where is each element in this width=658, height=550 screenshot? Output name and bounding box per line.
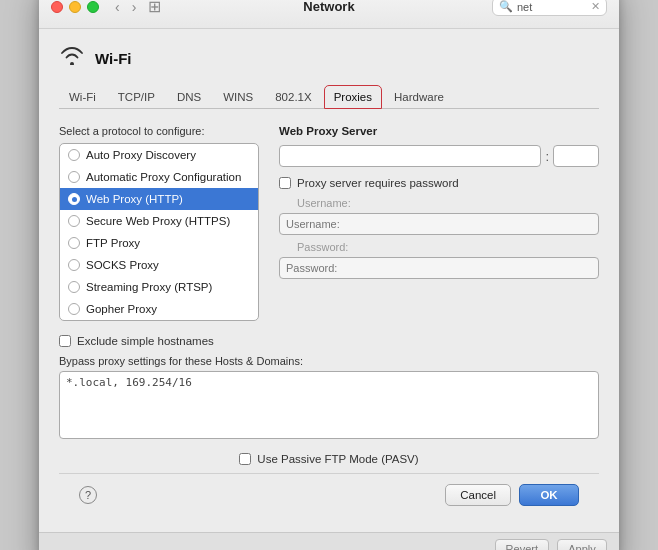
radio-auto-config: [68, 171, 80, 183]
bottom-bar: Revert Apply: [39, 532, 619, 550]
close-button[interactable]: [51, 1, 63, 13]
nav-buttons: ‹ ›: [111, 0, 140, 17]
pane-header: Wi-Fi: [59, 45, 599, 71]
password-input[interactable]: [279, 257, 599, 279]
exclude-label: Exclude simple hostnames: [77, 335, 214, 347]
protocol-web-proxy-label: Web Proxy (HTTP): [86, 193, 183, 205]
apply-button[interactable]: Apply: [557, 539, 607, 550]
tab-dns[interactable]: DNS: [167, 85, 211, 109]
requires-password-checkbox[interactable]: [279, 177, 291, 189]
help-button[interactable]: ?: [79, 486, 97, 504]
protocol-auto-config-label: Automatic Proxy Configuration: [86, 171, 241, 183]
pasv-row: Use Passive FTP Mode (PASV): [59, 453, 599, 465]
protocol-secure-proxy-label: Secure Web Proxy (HTTPS): [86, 215, 230, 227]
protocol-section: Select a protocol to configure: Auto Pro…: [59, 125, 259, 321]
port-input[interactable]: [553, 145, 599, 167]
pane-title: Wi-Fi: [95, 50, 132, 67]
ok-button[interactable]: OK: [519, 484, 579, 506]
protocol-gopher-proxy[interactable]: Gopher Proxy: [60, 298, 258, 320]
proxy-server-title: Web Proxy Server: [279, 125, 599, 137]
requires-password-label: Proxy server requires password: [297, 177, 459, 189]
radio-secure-proxy: [68, 215, 80, 227]
search-icon: 🔍: [499, 0, 513, 13]
tab-proxies[interactable]: Proxies: [324, 85, 382, 109]
protocol-list: Auto Proxy Discovery Automatic Proxy Con…: [59, 143, 259, 321]
bypass-label: Bypass proxy settings for these Hosts & …: [59, 355, 599, 367]
titlebar: ‹ › ⊞ Network 🔍 ✕: [39, 0, 619, 29]
tab-bar: Wi-Fi TCP/IP DNS WINS 802.1X Proxies Har…: [59, 85, 599, 109]
protocol-ftp-proxy[interactable]: FTP Proxy: [60, 232, 258, 254]
protocol-socks-proxy[interactable]: SOCKS Proxy: [60, 254, 258, 276]
main-area: Select a protocol to configure: Auto Pro…: [59, 125, 599, 321]
tab-wins[interactable]: WINS: [213, 85, 263, 109]
pasv-checkbox[interactable]: [239, 453, 251, 465]
exclude-checkbox[interactable]: [59, 335, 71, 347]
tab-8021x[interactable]: 802.1X: [265, 85, 321, 109]
protocol-streaming-proxy-label: Streaming Proxy (RTSP): [86, 281, 212, 293]
exclude-row: Exclude simple hostnames: [59, 335, 599, 347]
colon-separator: :: [545, 149, 549, 164]
radio-web-proxy-inner: [72, 197, 77, 202]
radio-gopher-proxy: [68, 303, 80, 315]
dialog-footer: ? Cancel OK: [59, 473, 599, 516]
cancel-button[interactable]: Cancel: [445, 484, 511, 506]
search-input[interactable]: [517, 1, 587, 13]
footer-buttons: Cancel OK: [445, 484, 579, 506]
proxy-server-section: Web Proxy Server : Proxy server requires…: [279, 125, 599, 321]
protocol-gopher-proxy-label: Gopher Proxy: [86, 303, 157, 315]
tab-tcpip[interactable]: TCP/IP: [108, 85, 165, 109]
window-title: Network: [303, 0, 354, 14]
back-button[interactable]: ‹: [111, 0, 124, 17]
protocol-secure-proxy[interactable]: Secure Web Proxy (HTTPS): [60, 210, 258, 232]
requires-password-row: Proxy server requires password: [279, 177, 599, 189]
radio-auto-proxy: [68, 149, 80, 161]
tab-wifi[interactable]: Wi-Fi: [59, 85, 106, 109]
minimize-button[interactable]: [69, 1, 81, 13]
forward-button[interactable]: ›: [128, 0, 141, 17]
radio-web-proxy: [68, 193, 80, 205]
protocol-streaming-proxy[interactable]: Streaming Proxy (RTSP): [60, 276, 258, 298]
username-input[interactable]: [279, 213, 599, 235]
bottom-section: Exclude simple hostnames Bypass proxy se…: [59, 335, 599, 465]
protocol-auto-proxy[interactable]: Auto Proxy Discovery: [60, 144, 258, 166]
protocol-ftp-proxy-label: FTP Proxy: [86, 237, 140, 249]
wifi-icon: [59, 45, 85, 71]
tab-hardware[interactable]: Hardware: [384, 85, 454, 109]
content-area: Wi-Fi Wi-Fi TCP/IP DNS WINS 802.1X Proxi…: [39, 29, 619, 532]
server-input[interactable]: [279, 145, 541, 167]
server-row: :: [279, 145, 599, 167]
network-window: ‹ › ⊞ Network 🔍 ✕ Wi-Fi Wi-Fi TC: [39, 0, 619, 550]
radio-ftp-proxy: [68, 237, 80, 249]
revert-button[interactable]: Revert: [495, 539, 549, 550]
search-clear-icon[interactable]: ✕: [591, 0, 600, 13]
traffic-lights: [51, 1, 99, 13]
grid-icon: ⊞: [148, 0, 161, 16]
maximize-button[interactable]: [87, 1, 99, 13]
protocol-auto-config[interactable]: Automatic Proxy Configuration: [60, 166, 258, 188]
username-label: Username:: [297, 197, 599, 209]
password-label: Password:: [297, 241, 599, 253]
pasv-label: Use Passive FTP Mode (PASV): [257, 453, 418, 465]
radio-streaming-proxy: [68, 281, 80, 293]
protocol-socks-proxy-label: SOCKS Proxy: [86, 259, 159, 271]
protocol-auto-proxy-label: Auto Proxy Discovery: [86, 149, 196, 161]
protocol-web-proxy[interactable]: Web Proxy (HTTP): [60, 188, 258, 210]
bypass-textarea[interactable]: *.local, 169.254/16: [59, 371, 599, 439]
search-box[interactable]: 🔍 ✕: [492, 0, 607, 16]
radio-socks-proxy: [68, 259, 80, 271]
protocol-section-label: Select a protocol to configure:: [59, 125, 259, 137]
